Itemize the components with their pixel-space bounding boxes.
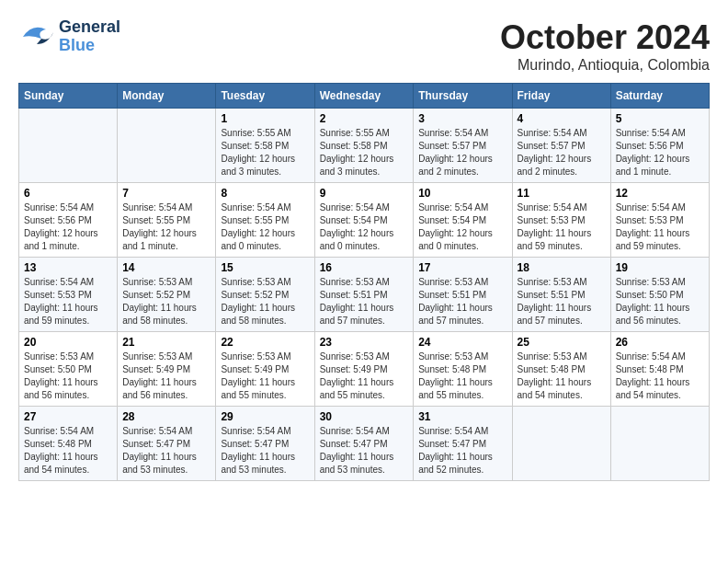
day-number: 2: [320, 112, 409, 125]
day-info: Sunrise: 5:54 AM Sunset: 5:54 PM Dayligh…: [418, 201, 506, 253]
day-number: 13: [24, 261, 112, 274]
day-info: Sunrise: 5:53 AM Sunset: 5:48 PM Dayligh…: [518, 350, 606, 402]
title-block: October 2024 Murindo, Antioquia, Colombi…: [500, 18, 710, 74]
calendar-cell: [19, 109, 118, 183]
day-info: Sunrise: 5:54 AM Sunset: 5:48 PM Dayligh…: [24, 425, 112, 477]
day-number: 12: [616, 187, 704, 200]
col-header-tuesday: Tuesday: [216, 84, 314, 109]
calendar-cell: 1Sunrise: 5:55 AM Sunset: 5:58 PM Daylig…: [216, 109, 314, 183]
day-info: Sunrise: 5:53 AM Sunset: 5:49 PM Dayligh…: [221, 350, 309, 402]
month-title: October 2024: [500, 18, 710, 57]
day-number: 18: [518, 261, 606, 274]
day-number: 17: [418, 261, 506, 274]
calendar-cell: 12Sunrise: 5:54 AM Sunset: 5:53 PM Dayli…: [610, 183, 709, 258]
day-info: Sunrise: 5:54 AM Sunset: 5:56 PM Dayligh…: [616, 127, 704, 178]
calendar-cell: 21Sunrise: 5:53 AM Sunset: 5:49 PM Dayli…: [118, 332, 216, 407]
calendar-cell: [610, 407, 709, 481]
day-info: Sunrise: 5:53 AM Sunset: 5:50 PM Dayligh…: [616, 276, 704, 327]
logo-label: General Blue: [59, 18, 120, 55]
calendar-cell: 6Sunrise: 5:54 AM Sunset: 5:56 PM Daylig…: [19, 183, 118, 258]
day-number: 21: [122, 336, 210, 349]
day-info: Sunrise: 5:54 AM Sunset: 5:47 PM Dayligh…: [122, 425, 210, 477]
day-number: 22: [221, 336, 309, 349]
calendar-cell: 29Sunrise: 5:54 AM Sunset: 5:47 PM Dayli…: [216, 407, 314, 481]
calendar-cell: 25Sunrise: 5:53 AM Sunset: 5:48 PM Dayli…: [512, 332, 610, 407]
day-info: Sunrise: 5:55 AM Sunset: 5:58 PM Dayligh…: [221, 127, 309, 178]
day-info: Sunrise: 5:53 AM Sunset: 5:50 PM Dayligh…: [24, 350, 112, 402]
logo-blue-text: Blue: [59, 37, 120, 55]
col-header-monday: Monday: [118, 84, 216, 109]
col-header-wednesday: Wednesday: [314, 84, 414, 109]
logo-general-text: General: [59, 18, 120, 37]
calendar-cell: 11Sunrise: 5:54 AM Sunset: 5:53 PM Dayli…: [512, 183, 610, 258]
calendar-cell: 3Sunrise: 5:54 AM Sunset: 5:57 PM Daylig…: [414, 109, 512, 183]
day-info: Sunrise: 5:53 AM Sunset: 5:49 PM Dayligh…: [320, 350, 409, 402]
day-number: 26: [616, 336, 704, 349]
day-info: Sunrise: 5:54 AM Sunset: 5:57 PM Dayligh…: [418, 127, 506, 178]
day-number: 19: [616, 261, 704, 274]
calendar-cell: 22Sunrise: 5:53 AM Sunset: 5:49 PM Dayli…: [216, 332, 314, 407]
day-number: 11: [518, 187, 606, 200]
calendar-cell: 8Sunrise: 5:54 AM Sunset: 5:55 PM Daylig…: [216, 183, 314, 258]
day-info: Sunrise: 5:54 AM Sunset: 5:55 PM Dayligh…: [122, 201, 210, 253]
calendar-cell: 24Sunrise: 5:53 AM Sunset: 5:48 PM Dayli…: [414, 332, 512, 407]
calendar-cell: 2Sunrise: 5:55 AM Sunset: 5:58 PM Daylig…: [314, 109, 414, 183]
day-number: 23: [320, 336, 409, 349]
day-info: Sunrise: 5:53 AM Sunset: 5:51 PM Dayligh…: [418, 276, 506, 327]
col-header-sunday: Sunday: [19, 84, 118, 109]
calendar-table: SundayMondayTuesdayWednesdayThursdayFrid…: [18, 83, 710, 481]
calendar-cell: 14Sunrise: 5:53 AM Sunset: 5:52 PM Dayli…: [118, 258, 216, 332]
day-number: 30: [320, 410, 409, 423]
calendar-cell: 20Sunrise: 5:53 AM Sunset: 5:50 PM Dayli…: [19, 332, 118, 407]
day-info: Sunrise: 5:54 AM Sunset: 5:53 PM Dayligh…: [518, 201, 606, 253]
day-number: 8: [221, 187, 309, 200]
day-info: Sunrise: 5:55 AM Sunset: 5:58 PM Dayligh…: [320, 127, 409, 178]
calendar-cell: 28Sunrise: 5:54 AM Sunset: 5:47 PM Dayli…: [118, 407, 216, 481]
day-number: 6: [24, 187, 112, 200]
calendar-cell: 19Sunrise: 5:53 AM Sunset: 5:50 PM Dayli…: [610, 258, 709, 332]
col-header-friday: Friday: [512, 84, 610, 109]
calendar-cell: 15Sunrise: 5:53 AM Sunset: 5:52 PM Dayli…: [216, 258, 314, 332]
day-number: 16: [320, 261, 409, 274]
calendar-cell: 27Sunrise: 5:54 AM Sunset: 5:48 PM Dayli…: [19, 407, 118, 481]
day-info: Sunrise: 5:54 AM Sunset: 5:55 PM Dayligh…: [221, 201, 309, 253]
day-number: 4: [518, 112, 606, 125]
calendar-cell: [512, 407, 610, 481]
calendar-cell: 13Sunrise: 5:54 AM Sunset: 5:53 PM Dayli…: [19, 258, 118, 332]
day-info: Sunrise: 5:53 AM Sunset: 5:48 PM Dayligh…: [418, 350, 506, 402]
calendar-cell: 10Sunrise: 5:54 AM Sunset: 5:54 PM Dayli…: [414, 183, 512, 258]
week-row-2: 6Sunrise: 5:54 AM Sunset: 5:56 PM Daylig…: [19, 183, 710, 258]
day-number: 20: [24, 336, 112, 349]
calendar-cell: 5Sunrise: 5:54 AM Sunset: 5:56 PM Daylig…: [610, 109, 709, 183]
day-info: Sunrise: 5:54 AM Sunset: 5:47 PM Dayligh…: [320, 425, 409, 477]
day-info: Sunrise: 5:53 AM Sunset: 5:49 PM Dayligh…: [122, 350, 210, 402]
calendar-cell: [118, 109, 216, 183]
calendar-cell: 30Sunrise: 5:54 AM Sunset: 5:47 PM Dayli…: [314, 407, 414, 481]
day-number: 1: [221, 112, 309, 125]
week-row-3: 13Sunrise: 5:54 AM Sunset: 5:53 PM Dayli…: [19, 258, 710, 332]
day-info: Sunrise: 5:53 AM Sunset: 5:51 PM Dayligh…: [518, 276, 606, 327]
day-number: 9: [320, 187, 409, 200]
logo: General Blue: [18, 18, 120, 55]
day-number: 25: [518, 336, 606, 349]
logo-icon: [18, 18, 55, 55]
calendar-cell: 9Sunrise: 5:54 AM Sunset: 5:54 PM Daylig…: [314, 183, 414, 258]
day-info: Sunrise: 5:53 AM Sunset: 5:52 PM Dayligh…: [122, 276, 210, 327]
day-info: Sunrise: 5:54 AM Sunset: 5:47 PM Dayligh…: [418, 425, 506, 477]
page-header: General Blue October 2024 Murindo, Antio…: [18, 18, 710, 74]
location-subtitle: Murindo, Antioquia, Colombia: [500, 57, 710, 74]
day-number: 14: [122, 261, 210, 274]
calendar-cell: 23Sunrise: 5:53 AM Sunset: 5:49 PM Dayli…: [314, 332, 414, 407]
day-number: 3: [418, 112, 506, 125]
day-number: 29: [221, 410, 309, 423]
calendar-cell: 4Sunrise: 5:54 AM Sunset: 5:57 PM Daylig…: [512, 109, 610, 183]
day-number: 31: [418, 410, 506, 423]
day-info: Sunrise: 5:54 AM Sunset: 5:56 PM Dayligh…: [24, 201, 112, 253]
col-header-thursday: Thursday: [414, 84, 512, 109]
calendar-cell: 18Sunrise: 5:53 AM Sunset: 5:51 PM Dayli…: [512, 258, 610, 332]
day-info: Sunrise: 5:53 AM Sunset: 5:51 PM Dayligh…: [320, 276, 409, 327]
day-info: Sunrise: 5:54 AM Sunset: 5:48 PM Dayligh…: [616, 350, 704, 402]
calendar-cell: 7Sunrise: 5:54 AM Sunset: 5:55 PM Daylig…: [118, 183, 216, 258]
day-number: 15: [221, 261, 309, 274]
day-number: 5: [616, 112, 704, 125]
